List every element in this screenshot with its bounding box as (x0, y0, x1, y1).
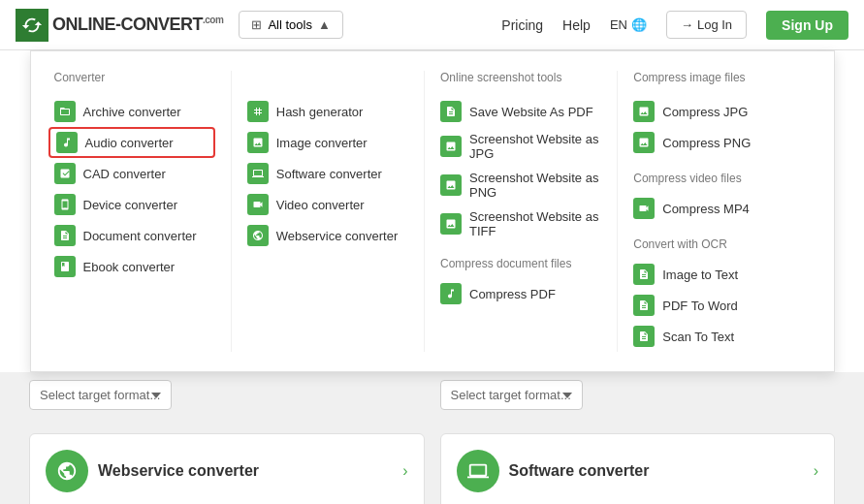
all-tools-label: All tools (268, 17, 312, 32)
software-card-title: Software converter (509, 462, 804, 480)
software-label: Software converter (276, 167, 382, 181)
screenshot-png-icon (440, 174, 462, 196)
hash-icon (247, 101, 269, 122)
ebook-icon (54, 256, 76, 277)
login-icon: → (681, 17, 693, 32)
screenshot-tiff-label: Screenshot Website as TIFF (469, 209, 601, 238)
dropdown-col-compress: Compress image files Compress JPG Compre… (618, 71, 810, 352)
menu-item-scan-to-text[interactable]: Scan To Text (633, 321, 794, 352)
compress-mp4-icon (633, 198, 655, 219)
menu-item-screenshot-jpg[interactable]: Screenshot Website as JPG (440, 127, 601, 166)
device-icon (54, 194, 76, 215)
screenshot-png-label: Screenshot Website as PNG (469, 171, 601, 200)
nav-links: Pricing Help EN 🌐 → Log In Sign Up (501, 11, 848, 40)
all-tools-button[interactable]: ⊞ All tools ▲ (239, 11, 342, 39)
login-button[interactable]: → Log In (666, 11, 747, 39)
compress-png-icon (633, 132, 655, 153)
left-format-select[interactable]: Select target format... (29, 380, 172, 410)
menu-item-screenshot-tiff[interactable]: Screenshot Website as TIFF (440, 205, 601, 243)
dropdown-col-screenshot: Online screenshot tools Save Website As … (425, 71, 618, 352)
save-pdf-label: Save Website As PDF (469, 105, 593, 119)
menu-item-webservice[interactable]: Webservice converter (247, 220, 408, 251)
webservice-card-header: Webservice converter › (46, 450, 408, 492)
video-label: Video converter (276, 198, 365, 212)
image-icon (247, 132, 269, 153)
compress-jpg-icon (633, 101, 655, 122)
menu-item-device[interactable]: Device converter (54, 189, 215, 220)
menu-item-document[interactable]: Document converter (54, 220, 215, 251)
hash-label: Hash generator (276, 105, 364, 119)
menu-item-compress-mp4[interactable]: Compress MP4 (633, 193, 794, 224)
cad-icon (54, 163, 76, 184)
screenshot-tiff-icon (440, 213, 462, 235)
webservice-card-title: Webservice converter (98, 462, 393, 480)
device-label: Device converter (83, 198, 178, 212)
cards-row: Webservice converter › Convert and optim… (29, 418, 835, 504)
menu-item-compress-pdf[interactable]: Compress PDF (440, 278, 601, 309)
webservice-label: Webservice converter (276, 229, 398, 243)
pdf-to-word-icon (633, 295, 655, 316)
menu-item-ebook[interactable]: Ebook converter (54, 251, 215, 282)
software-converter-card: Software converter › Convert your files … (440, 433, 836, 504)
ebook-label: Ebook converter (83, 260, 176, 274)
menu-item-compress-png[interactable]: Compress PNG (633, 127, 794, 158)
archive-label: Archive converter (83, 105, 181, 119)
software-card-arrow: › (814, 462, 818, 480)
compress-img-header: Compress image files (633, 71, 794, 84)
logo-icon (16, 9, 48, 42)
compress-doc-header: Compress document files (440, 257, 601, 270)
scan-to-text-label: Scan To Text (662, 330, 734, 344)
compress-pdf-label: Compress PDF (469, 287, 556, 301)
cards-area: Webservice converter › Convert and optim… (0, 418, 864, 504)
right-format-select-container: Select target format... (440, 372, 836, 418)
globe-icon: 🌐 (631, 17, 647, 32)
archive-icon (54, 101, 76, 122)
menu-item-compress-jpg[interactable]: Compress JPG (633, 96, 794, 127)
menu-item-screenshot-png[interactable]: Screenshot Website as PNG (440, 166, 601, 205)
signup-button[interactable]: Sign Up (766, 11, 848, 40)
right-format-select[interactable]: Select target format... (440, 380, 583, 410)
audio-label: Audio converter (85, 136, 174, 150)
menu-item-save-pdf[interactable]: Save Website As PDF (440, 96, 601, 127)
webservice-converter-card: Webservice converter › Convert and optim… (29, 433, 425, 504)
image-label: Image converter (276, 136, 368, 150)
menu-item-hash[interactable]: Hash generator (247, 96, 408, 127)
software-card-icon (457, 450, 499, 492)
screenshot-jpg-label: Screenshot Website as JPG (469, 132, 601, 161)
screenshot-jpg-icon (440, 136, 462, 157)
help-link[interactable]: Help (562, 17, 591, 33)
webservice-card-arrow: › (402, 462, 407, 480)
document-label: Document converter (83, 229, 197, 243)
webservice-icon (247, 225, 269, 246)
menu-item-software[interactable]: Software converter (247, 158, 408, 189)
chevron-up-icon: ▲ (318, 17, 331, 32)
compress-pdf-icon (440, 283, 462, 304)
menu-item-pdf-to-word[interactable]: PDF To Word (633, 290, 794, 321)
menu-item-image[interactable]: Image converter (247, 127, 408, 158)
compress-video-header: Compress video files (633, 172, 794, 185)
lang-label: EN (610, 17, 627, 32)
converter-col-header: Converter (54, 71, 215, 84)
cad-label: CAD converter (83, 167, 166, 181)
grid-icon: ⊞ (251, 17, 262, 32)
menu-item-video[interactable]: Video converter (247, 189, 408, 220)
compress-mp4-label: Compress MP4 (662, 202, 750, 216)
language-selector[interactable]: EN 🌐 (610, 17, 647, 32)
save-pdf-icon (440, 101, 462, 122)
dropdown-col-converters-1: Converter Archive converter Audio conver… (54, 71, 232, 352)
left-format-select-container: Select target format... (29, 372, 425, 418)
menu-item-cad[interactable]: CAD converter (54, 158, 215, 189)
menu-item-archive[interactable]: Archive converter (54, 96, 215, 127)
pricing-link[interactable]: Pricing (501, 17, 543, 33)
menu-item-audio[interactable]: Audio converter (48, 127, 215, 158)
webservice-card-icon (46, 450, 88, 492)
logo: ONLINE-CONVERT.com (16, 9, 223, 42)
main-wrapper: ONLINE-CONVERT.com ⊞ All tools ▲ Pricing… (0, 0, 864, 504)
software-card-header: Software converter › (457, 450, 819, 492)
compress-jpg-label: Compress JPG (662, 105, 748, 119)
menu-item-image-to-text[interactable]: Image to Text (633, 259, 794, 290)
software-icon (247, 163, 269, 184)
pdf-to-word-label: PDF To Word (662, 299, 738, 313)
compress-png-label: Compress PNG (662, 136, 751, 150)
dropdown-col-converters-2: Converter Hash generator Image converter… (232, 71, 425, 352)
